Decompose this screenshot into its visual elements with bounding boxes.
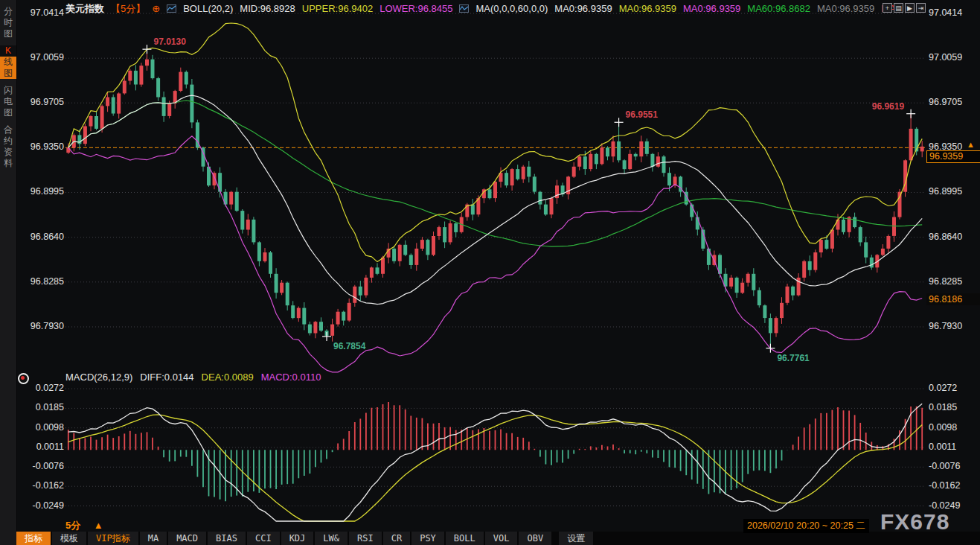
axis-tick-label: 97.0414 bbox=[18, 7, 64, 18]
ma-value-1: MA0:96.9359 bbox=[554, 3, 612, 14]
indicator-tab-bar: 指标 模板 VIP指标 MA MACD BIAS CCI KDJ LW& RSI… bbox=[16, 532, 980, 545]
sidebar-item-0[interactable]: 分时图 bbox=[0, 6, 16, 39]
ma-value-2: MA0:96.9359 bbox=[619, 3, 676, 14]
macd-dea-value: DEA:0.0089 bbox=[202, 372, 254, 383]
axis-tick-label: 0.0011 bbox=[929, 442, 956, 452]
boll-upper-value: UPPER:96.9402 bbox=[302, 3, 373, 14]
ma-value-3: MA0:96.9359 bbox=[683, 3, 740, 14]
sidebar-item-char: 图 bbox=[0, 107, 16, 118]
sidebar-item-2[interactable]: 闪电图 bbox=[0, 85, 16, 118]
mini-chart-icon bbox=[167, 4, 176, 13]
tab-cci[interactable]: CCI bbox=[247, 532, 280, 545]
axis-tick-label: 97.0059 bbox=[929, 52, 962, 63]
extreme-price-label: 97.0130 bbox=[153, 36, 186, 47]
candlestick-chart-canvas[interactable]: 97.013096.785496.955196.776196.9619 bbox=[0, 0, 980, 545]
tab-macd[interactable]: MACD bbox=[168, 532, 206, 545]
axis-tick-label: -0.0249 bbox=[18, 500, 64, 511]
axis-tick-label: -0.0076 bbox=[18, 461, 64, 471]
sidebar-item-char: 资 bbox=[0, 147, 16, 158]
tab-template[interactable]: 模板 bbox=[52, 532, 86, 545]
split-view-icon[interactable]: + bbox=[883, 3, 892, 13]
extreme-price-label: 96.7854 bbox=[333, 341, 366, 351]
tab-cr[interactable]: CR bbox=[383, 532, 410, 545]
tab-kdj[interactable]: KDJ bbox=[281, 532, 314, 545]
reference-price-badge: 96.8186 bbox=[926, 293, 980, 305]
extreme-price-label: 96.9619 bbox=[872, 101, 905, 112]
axis-tick-label: 0.0272 bbox=[18, 383, 64, 393]
last-price-badge: 96.9359 bbox=[926, 150, 980, 163]
macd-diff-line bbox=[68, 404, 922, 521]
tab-obv[interactable]: OBV bbox=[519, 532, 551, 545]
fx678-watermark: FX678 bbox=[880, 509, 949, 535]
tab-vip-indicator[interactable]: VIP指标 bbox=[88, 532, 138, 545]
timeframe-label: 【5分】 bbox=[111, 2, 145, 16]
axis-tick-label: 96.8640 bbox=[929, 232, 962, 242]
extreme-price-label: 96.9551 bbox=[626, 109, 659, 120]
sidebar-item-char: 分 bbox=[0, 6, 16, 17]
axis-tick-label: -0.0162 bbox=[929, 480, 960, 491]
price-up-arrow-icon: ▲ bbox=[967, 140, 975, 149]
candles-layer bbox=[66, 49, 923, 348]
tab-ma[interactable]: MA bbox=[140, 532, 167, 545]
axis-tick-label: 0.0098 bbox=[18, 422, 64, 433]
axis-tick-label: 96.7930 bbox=[18, 321, 64, 331]
price-annotations-layer: 97.013096.785496.955196.776196.9619 bbox=[142, 36, 915, 363]
sidebar-item-1[interactable]: K线图 bbox=[0, 45, 16, 79]
sidebar-item-char: 料 bbox=[0, 158, 16, 169]
sidebar-item-char: 合 bbox=[0, 124, 16, 136]
instrument-title: 美元指数 bbox=[65, 2, 104, 16]
chart-header-bar: 美元指数 【5分】 ⊕ BOLL(20,2) MID:96.8928 UPPER… bbox=[65, 2, 901, 15]
footer-timeframe[interactable]: 5分 ▲ bbox=[65, 519, 103, 532]
axis-tick-label: 97.0059 bbox=[18, 52, 64, 63]
tab-boll[interactable]: BOLL bbox=[446, 532, 484, 545]
chart-toolbar: + ▤ ▶ ⇥ bbox=[883, 3, 926, 13]
timeframe-up-arrow-icon[interactable]: ▲ bbox=[94, 520, 103, 531]
mini-chart-icon bbox=[459, 4, 469, 13]
axis-tick-label: 0.0098 bbox=[929, 422, 957, 433]
macd-header-bar: MACD(26,12,9) DIFF:0.0144 DEA:0.0089 MAC… bbox=[65, 372, 321, 383]
circle-plus-icon[interactable]: ⊕ bbox=[152, 3, 160, 14]
axis-tick-label: 0.0011 bbox=[18, 442, 64, 452]
boll-lower-line bbox=[68, 136, 922, 372]
sidebar-item-3[interactable]: 合约资料 bbox=[0, 124, 16, 169]
macd-value: MACD:0.0110 bbox=[261, 372, 321, 383]
axis-tick-label: 96.8285 bbox=[18, 276, 64, 287]
next-page-icon[interactable]: ⇥ bbox=[916, 3, 926, 13]
sidebar-item-char: 时 bbox=[0, 17, 16, 28]
tab-lw[interactable]: LW& bbox=[315, 532, 348, 545]
sidebar-item-char: 图 bbox=[0, 28, 16, 39]
extreme-price-label: 96.7761 bbox=[777, 353, 810, 363]
axis-tick-label: 97.0414 bbox=[929, 7, 962, 18]
footer-timeframe-label[interactable]: 5分 bbox=[65, 520, 80, 531]
boll-lower-value: LOWER:96.8455 bbox=[379, 3, 452, 14]
axis-tick-label: -0.0249 bbox=[929, 500, 960, 511]
axis-tick-label: 96.8995 bbox=[929, 186, 962, 197]
left-sidebar: 分时图K线图闪电图合约资料 bbox=[0, 0, 17, 545]
tab-psy[interactable]: PSY bbox=[411, 532, 444, 545]
axis-tick-label: 96.7930 bbox=[929, 321, 962, 331]
zoom-out-chart-icon[interactable]: ▤ bbox=[894, 3, 903, 13]
sidebar-item-char: 电 bbox=[0, 96, 16, 107]
sidebar-item-char: 图 bbox=[0, 68, 16, 79]
ma-value-5: MA0:96.9359 bbox=[817, 3, 874, 14]
trading-app-window: 97.013096.785496.955196.776196.9619 分时图K… bbox=[0, 0, 980, 545]
play-chart-icon[interactable]: ▶ bbox=[905, 3, 915, 13]
sidebar-item-char: 闪 bbox=[0, 85, 16, 96]
boll-name-label[interactable]: BOLL(20,2) bbox=[183, 3, 233, 14]
macd-name-label[interactable]: MACD(26,12,9) bbox=[65, 372, 132, 383]
macd-diff-value: DIFF:0.0144 bbox=[140, 372, 193, 383]
tab-rsi[interactable]: RSI bbox=[349, 532, 382, 545]
axis-tick-label: 96.8640 bbox=[18, 232, 64, 242]
ma-name-label[interactable]: MA(0,0,0,60,0,0) bbox=[475, 3, 548, 14]
axis-tick-label: 96.9350 bbox=[18, 141, 64, 152]
sidebar-item-char: K bbox=[0, 45, 16, 57]
tab-bias[interactable]: BIAS bbox=[208, 532, 246, 545]
axis-tick-label: -0.0162 bbox=[18, 480, 64, 491]
tab-indicator[interactable]: 指标 bbox=[16, 532, 51, 545]
tab-settings[interactable]: 设置 bbox=[559, 532, 593, 545]
tab-vol[interactable]: VOL bbox=[485, 532, 518, 545]
axis-tick-label: 0.0185 bbox=[18, 402, 64, 412]
axis-tick-label: 96.9705 bbox=[929, 97, 962, 107]
axis-tick-label: -0.0076 bbox=[929, 461, 960, 471]
sidebar-item-char: 线 bbox=[0, 57, 16, 68]
